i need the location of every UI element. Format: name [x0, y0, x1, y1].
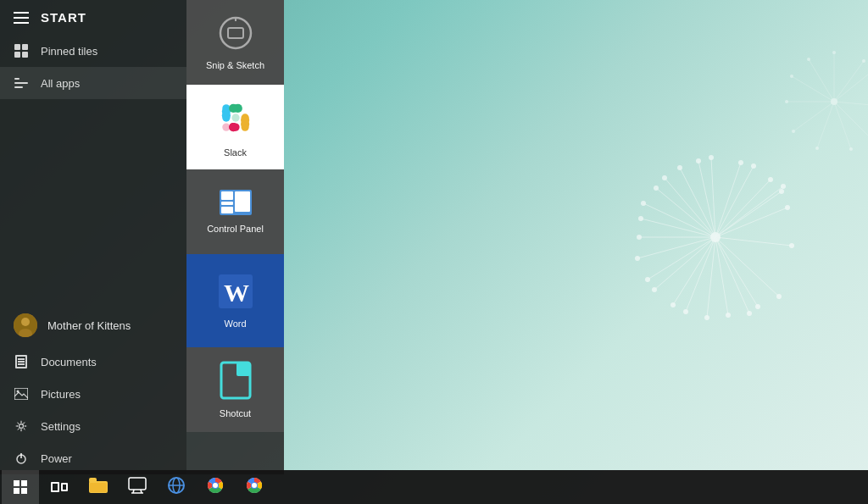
file-explorer-icon: [89, 478, 108, 496]
power-icon: [14, 451, 29, 466]
svg-point-68: [792, 130, 795, 133]
svg-line-17: [686, 237, 715, 312]
taskbar-browser-button[interactable]: [158, 470, 195, 504]
svg-line-9: [643, 203, 715, 237]
hamburger-button[interactable]: [14, 12, 29, 24]
word-label: Word: [224, 318, 246, 329]
control-panel-icon: [220, 190, 252, 219]
svg-point-40: [755, 304, 760, 309]
nav-items: Pinned tiles All apps: [0, 35, 186, 99]
svg-point-70: [790, 75, 793, 78]
sidebar-item-settings[interactable]: Settings: [0, 410, 186, 442]
sidebar-item-pictures[interactable]: Pictures: [0, 378, 186, 410]
start-title: START: [41, 10, 86, 25]
taskbar-chrome2-button[interactable]: [236, 470, 273, 504]
svg-point-82: [220, 18, 251, 48]
all-apps-label: All apps: [41, 77, 80, 90]
chrome-icon-1: [206, 476, 225, 498]
slack-icon: [214, 97, 257, 142]
svg-point-26: [781, 184, 786, 189]
word-icon: W: [217, 273, 254, 313]
svg-line-24: [715, 166, 754, 237]
svg-line-13: [715, 180, 771, 237]
svg-point-29: [747, 311, 752, 316]
svg-rect-83: [228, 28, 243, 38]
svg-point-28: [776, 294, 782, 299]
browser-icon: [167, 476, 186, 498]
svg-line-54: [834, 102, 868, 140]
shotcut-label: Shotcut: [220, 408, 251, 418]
svg-line-1: [715, 186, 783, 237]
svg-line-57: [793, 102, 834, 131]
svg-rect-108: [90, 483, 107, 492]
chrome-icon-2: [245, 476, 264, 498]
tile-snip-sketch[interactable]: Snip & Sketch: [186, 0, 284, 85]
all-apps-icon: [14, 75, 29, 91]
documents-icon: [14, 354, 29, 369]
svg-point-121: [252, 483, 257, 488]
taskbar-start-button[interactable]: [2, 470, 39, 504]
tile-control-panel[interactable]: Control Panel: [186, 169, 284, 254]
svg-point-39: [785, 205, 790, 210]
svg-line-7: [648, 237, 715, 280]
svg-point-41: [726, 313, 731, 318]
svg-point-69: [785, 100, 788, 103]
svg-point-46: [654, 186, 659, 191]
svg-line-60: [809, 59, 834, 102]
pc-manager-icon: [128, 477, 147, 497]
svg-rect-88: [231, 114, 239, 121]
sidebar-item-documents[interactable]: Documents: [0, 346, 186, 378]
sidebar-header[interactable]: START: [0, 0, 186, 35]
svg-point-48: [709, 155, 714, 160]
windows-icon: [14, 480, 27, 494]
svg-point-75: [21, 318, 30, 326]
slack-label: Slack: [224, 147, 247, 158]
svg-point-73: [862, 59, 865, 63]
taskbar-pc-button[interactable]: [119, 470, 156, 504]
svg-point-31: [670, 302, 676, 307]
svg-point-42: [683, 309, 688, 314]
svg-point-35: [662, 175, 667, 180]
control-panel-label: Control Panel: [207, 224, 264, 234]
sidebar: START Pinned tiles All apps: [0, 0, 186, 474]
svg-point-66: [849, 147, 853, 151]
svg-point-47: [677, 165, 682, 170]
svg-line-23: [711, 158, 715, 237]
svg-line-12: [715, 163, 741, 237]
taskbar-file-explorer-button[interactable]: [80, 470, 117, 504]
svg-point-36: [696, 158, 701, 163]
pinned-tiles-label: Pinned tiles: [41, 45, 97, 58]
user-avatar: [14, 313, 37, 337]
taskbar: [0, 470, 868, 504]
svg-line-16: [715, 237, 728, 315]
power-label: Power: [41, 452, 72, 465]
settings-label: Settings: [41, 420, 81, 433]
tile-word[interactable]: W Word: [186, 254, 284, 347]
svg-line-11: [698, 161, 715, 237]
svg-line-18: [654, 237, 715, 290]
svg-point-27: [789, 243, 794, 248]
taskbar-task-view-button[interactable]: [41, 470, 78, 504]
svg-point-37: [738, 160, 743, 165]
tile-shotcut[interactable]: Shotcut: [186, 347, 284, 432]
svg-rect-107: [89, 478, 97, 483]
svg-rect-101: [221, 207, 233, 213]
pictures-icon: [14, 386, 29, 402]
svg-line-59: [792, 76, 834, 102]
snip-sketch-label: Snip & Sketch: [206, 60, 264, 70]
svg-point-38: [768, 177, 773, 182]
tile-slack[interactable]: Slack: [186, 85, 284, 169]
documents-label: Documents: [41, 356, 97, 368]
start-menu: START Pinned tiles All apps: [0, 0, 284, 474]
sidebar-item-user[interactable]: Mother of Kittens: [0, 305, 186, 346]
svg-line-19: [637, 237, 715, 258]
shotcut-icon: [220, 361, 252, 403]
tiles-panel: Snip & Sketch: [186, 0, 284, 474]
svg-line-56: [817, 102, 834, 148]
taskbar-chrome1-button[interactable]: [197, 470, 234, 504]
svg-point-71: [807, 58, 810, 61]
nav-pinned-tiles[interactable]: Pinned tiles: [0, 35, 186, 67]
nav-all-apps[interactable]: All apps: [0, 67, 186, 99]
svg-rect-98: [221, 191, 233, 200]
snip-sketch-icon: [217, 14, 254, 55]
